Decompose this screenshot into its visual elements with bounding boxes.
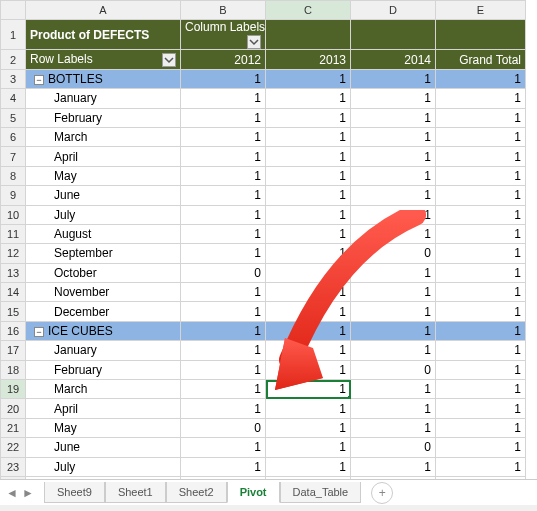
- group-label-cell[interactable]: −ICE CUBES: [26, 321, 181, 340]
- data-cell[interactable]: 1: [266, 69, 351, 88]
- row-label-cell[interactable]: February: [26, 108, 181, 127]
- data-cell[interactable]: 1: [266, 127, 351, 146]
- row-label-cell[interactable]: March: [26, 380, 181, 399]
- data-cell[interactable]: 1: [266, 108, 351, 127]
- year-2013-header[interactable]: 2013: [266, 50, 351, 69]
- row-label-cell[interactable]: April: [26, 399, 181, 418]
- row-labels-cell[interactable]: Row Labels: [26, 50, 181, 69]
- row-label-cell[interactable]: August: [26, 224, 181, 243]
- collapse-icon[interactable]: −: [34, 75, 44, 85]
- sheet-tab[interactable]: Data_Table: [280, 482, 362, 503]
- data-cell[interactable]: 1: [266, 263, 351, 282]
- data-cell[interactable]: 1: [266, 302, 351, 321]
- row-label-cell[interactable]: January: [26, 341, 181, 360]
- row-label-cell[interactable]: July: [26, 205, 181, 224]
- data-cell[interactable]: 1: [266, 166, 351, 185]
- data-cell[interactable]: 1: [351, 127, 436, 146]
- row-header[interactable]: 10: [1, 205, 26, 224]
- data-cell[interactable]: 1: [351, 166, 436, 185]
- data-cell[interactable]: 1: [436, 380, 526, 399]
- data-cell[interactable]: 0: [181, 418, 266, 437]
- data-cell[interactable]: 1: [351, 224, 436, 243]
- col-header-d[interactable]: D: [351, 1, 436, 20]
- data-cell[interactable]: 1: [181, 457, 266, 476]
- data-cell[interactable]: 1: [436, 341, 526, 360]
- data-cell[interactable]: 1: [436, 244, 526, 263]
- data-cell[interactable]: 1: [181, 224, 266, 243]
- data-cell[interactable]: 1: [351, 69, 436, 88]
- data-cell[interactable]: 1: [436, 283, 526, 302]
- data-cell[interactable]: 1: [181, 89, 266, 108]
- data-cell[interactable]: 1: [181, 360, 266, 379]
- data-cell[interactable]: 1: [266, 399, 351, 418]
- data-cell[interactable]: 1: [436, 321, 526, 340]
- row-label-cell[interactable]: January: [26, 89, 181, 108]
- data-cell[interactable]: 1: [351, 341, 436, 360]
- data-cell[interactable]: 0: [351, 244, 436, 263]
- data-cell[interactable]: 1: [436, 69, 526, 88]
- data-cell[interactable]: 0: [351, 360, 436, 379]
- data-cell[interactable]: 1: [266, 244, 351, 263]
- grand-total-header[interactable]: Grand Total: [436, 50, 526, 69]
- data-cell[interactable]: 1: [181, 205, 266, 224]
- data-cell[interactable]: 1: [436, 186, 526, 205]
- data-cell[interactable]: 1: [266, 380, 351, 399]
- col-header-e[interactable]: E: [436, 1, 526, 20]
- data-cell[interactable]: 1: [266, 283, 351, 302]
- row-header-1[interactable]: 1: [1, 20, 26, 50]
- data-cell[interactable]: 1: [351, 418, 436, 437]
- chevron-down-icon[interactable]: [247, 35, 261, 49]
- data-cell[interactable]: 1: [436, 457, 526, 476]
- data-cell[interactable]: 0: [351, 438, 436, 457]
- row-label-cell[interactable]: March: [26, 127, 181, 146]
- row-header[interactable]: 11: [1, 224, 26, 243]
- row-header[interactable]: 8: [1, 166, 26, 185]
- row-header[interactable]: 3: [1, 69, 26, 88]
- tab-nav-prev[interactable]: ◄: [4, 484, 20, 502]
- data-cell[interactable]: 1: [436, 263, 526, 282]
- data-cell[interactable]: 1: [266, 205, 351, 224]
- data-cell[interactable]: 1: [266, 186, 351, 205]
- row-header[interactable]: 4: [1, 89, 26, 108]
- row-header[interactable]: 23: [1, 457, 26, 476]
- data-cell[interactable]: 1: [181, 283, 266, 302]
- data-cell[interactable]: 1: [436, 438, 526, 457]
- sheet-tab[interactable]: Sheet1: [105, 482, 166, 503]
- row-label-cell[interactable]: October: [26, 263, 181, 282]
- row-header[interactable]: 21: [1, 418, 26, 437]
- col-header-b[interactable]: B: [181, 1, 266, 20]
- data-cell[interactable]: 0: [181, 263, 266, 282]
- data-cell[interactable]: 1: [266, 457, 351, 476]
- row-header[interactable]: 16: [1, 321, 26, 340]
- data-cell[interactable]: 1: [181, 244, 266, 263]
- data-cell[interactable]: 1: [181, 302, 266, 321]
- data-cell[interactable]: 1: [181, 166, 266, 185]
- data-cell[interactable]: 1: [351, 457, 436, 476]
- row-label-cell[interactable]: May: [26, 418, 181, 437]
- data-cell[interactable]: 1: [351, 147, 436, 166]
- sheet-tab[interactable]: Pivot: [227, 482, 280, 503]
- row-label-cell[interactable]: June: [26, 186, 181, 205]
- tab-nav-next[interactable]: ►: [20, 484, 36, 502]
- row-header[interactable]: 20: [1, 399, 26, 418]
- data-cell[interactable]: 1: [436, 89, 526, 108]
- year-2014-header[interactable]: 2014: [351, 50, 436, 69]
- data-cell[interactable]: 1: [351, 380, 436, 399]
- collapse-icon[interactable]: −: [34, 327, 44, 337]
- row-label-cell[interactable]: June: [26, 438, 181, 457]
- data-cell[interactable]: 1: [351, 302, 436, 321]
- row-label-cell[interactable]: September: [26, 244, 181, 263]
- data-cell[interactable]: 1: [181, 108, 266, 127]
- data-cell[interactable]: 1: [181, 438, 266, 457]
- data-cell[interactable]: 1: [266, 224, 351, 243]
- row-header[interactable]: 22: [1, 438, 26, 457]
- data-cell[interactable]: 1: [266, 89, 351, 108]
- chevron-down-icon[interactable]: [162, 53, 176, 67]
- data-cell[interactable]: 1: [181, 321, 266, 340]
- row-label-cell[interactable]: February: [26, 360, 181, 379]
- data-cell[interactable]: 1: [436, 205, 526, 224]
- sheet-tab[interactable]: Sheet9: [44, 482, 105, 503]
- column-labels-cell[interactable]: Column Labels: [181, 20, 266, 50]
- row-header[interactable]: 9: [1, 186, 26, 205]
- sheet-tab[interactable]: Sheet2: [166, 482, 227, 503]
